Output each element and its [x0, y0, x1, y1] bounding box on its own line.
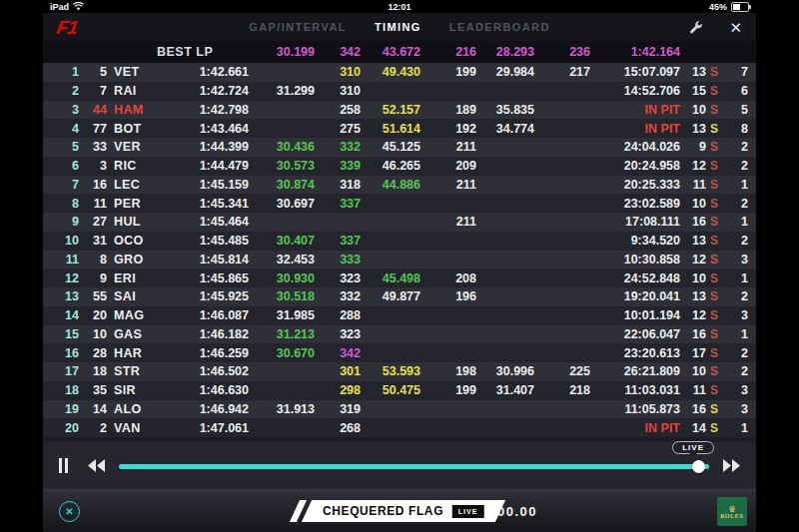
last-time: 11:03.031 [590, 383, 680, 397]
timeline-track[interactable] [119, 464, 709, 469]
driver-code: VET [107, 65, 157, 79]
dismiss-circle-button[interactable]: ✕ [59, 501, 80, 522]
tyre-compound: S [706, 402, 722, 416]
last-time: 19:20.041 [590, 289, 680, 303]
table-row[interactable]: 6 3 RIC 1:44.479 30.573 339 46.265 209 2… [43, 157, 756, 176]
car-number: 2 [79, 421, 107, 435]
table-row[interactable]: 3 44 HAM 1:42.798 258 52.157 189 35.835 … [43, 101, 756, 120]
live-badge[interactable]: LIVE [672, 441, 714, 454]
device-label: iPad [50, 2, 69, 12]
pause-button[interactable] [59, 458, 68, 473]
speed-trap-1: 275 [315, 122, 361, 136]
best-lap-time: 1:42.164 [590, 45, 680, 59]
sector1-time: 30.573 [249, 159, 315, 173]
bottom-bar: ✕ CHEQUERED FLAG LIVE 00.00 ♛ ROLEX [43, 489, 756, 532]
timeline-handle[interactable]: LIVE [692, 460, 705, 473]
table-row[interactable]: 8 11 PER 1:45.341 30.697 337 23:02.589 1… [43, 194, 756, 213]
table-row[interactable]: 5 33 VER 1:44.399 30.436 332 45.125 211 … [43, 138, 756, 157]
stop-count: 1 [722, 421, 748, 435]
close-icon[interactable]: ✕ [729, 20, 742, 35]
best-lap-label: BEST LP [157, 45, 249, 59]
table-row[interactable]: 12 9 ERI 1:45.865 30.930 323 45.498 208 … [43, 268, 756, 287]
position: 13 [49, 289, 79, 303]
table-row[interactable]: 9 27 HUL 1:45.464 211 17:08.111 16 S 1 [43, 213, 756, 232]
battery-icon [731, 2, 749, 12]
driver-code: RIC [107, 159, 157, 173]
wrench-icon[interactable] [688, 20, 703, 35]
table-row[interactable]: 10 31 OCO 1:45.485 30.407 337 9:34.520 1… [43, 232, 756, 251]
speed-trap-1: 337 [315, 197, 361, 211]
speed-trap-1: 339 [315, 159, 361, 173]
tyre-compound: S [706, 253, 722, 266]
position: 10 [49, 234, 79, 248]
lap-count: 13 [680, 122, 706, 136]
tab-gap-interval[interactable]: GAP/INTERVAL [249, 21, 347, 33]
chequered-flag-banner: CHEQUERED FLAG LIVE [295, 500, 500, 522]
sector2-time: 45.125 [361, 140, 420, 154]
timeline-slider[interactable]: LIVE [119, 459, 709, 473]
last-time: IN PIT [590, 103, 680, 117]
speed-trap-2: 198 [420, 364, 476, 378]
car-number: 11 [79, 197, 107, 211]
rewind-icon[interactable] [88, 459, 105, 472]
table-row[interactable]: 2 7 RAI 1:42.724 31.299 310 14:52.706 15… [43, 82, 756, 101]
table-row[interactable]: 13 55 SAI 1:45.925 30.518 332 49.877 196… [43, 287, 756, 306]
table-row[interactable]: 19 14 ALO 1:46.942 31.913 319 11:05.873 … [43, 400, 756, 419]
sector3-time: 30.996 [476, 364, 534, 378]
best-lap: 1:44.399 [157, 140, 249, 154]
speed-trap-2: 192 [420, 122, 476, 136]
position: 8 [49, 197, 79, 211]
best-lap: 1:45.485 [157, 234, 249, 248]
stop-count: 5 [722, 103, 748, 117]
position: 15 [49, 327, 79, 341]
tyre-compound: S [706, 271, 722, 285]
lap-count: 16 [680, 327, 706, 341]
last-time: 15:07.097 [590, 65, 680, 79]
stop-count: 1 [722, 271, 748, 285]
table-row[interactable]: 11 8 GRO 1:45.814 32.453 333 10:30.858 1… [43, 251, 756, 269]
lap-count: 10 [680, 271, 706, 285]
best-lap: 1:46.087 [157, 308, 249, 322]
table-row[interactable]: 7 16 LEC 1:45.159 30.874 318 44.886 211 … [43, 176, 756, 195]
car-number: 44 [79, 103, 107, 117]
speed-trap-1: 268 [315, 421, 361, 435]
sector3-time: 31.407 [476, 383, 534, 397]
speed-trap-2: 189 [420, 103, 476, 117]
tyre-compound: S [706, 65, 722, 79]
car-number: 9 [79, 271, 107, 285]
table-row[interactable]: 17 18 STR 1:46.502 301 53.593 198 30.996… [43, 362, 756, 381]
stop-count: 1 [722, 327, 748, 341]
tyre-compound: S [706, 159, 722, 173]
table-row[interactable]: 18 35 SIR 1:46.630 298 50.475 199 31.407… [43, 381, 756, 400]
table-row[interactable]: 14 20 MAG 1:46.087 31.985 288 10:01.194 … [43, 306, 756, 325]
driver-code: SIR [107, 383, 157, 397]
car-number: 28 [79, 346, 107, 360]
driver-code: STR [107, 364, 157, 378]
tyre-compound: S [706, 122, 722, 136]
speed-trap-2: 211 [420, 178, 476, 192]
position: 1 [49, 65, 79, 79]
tab-leaderboard[interactable]: LEADERBOARD [449, 21, 550, 33]
position: 2 [49, 84, 79, 98]
best-speed1: 342 [315, 45, 361, 59]
position: 9 [49, 215, 79, 229]
tab-timing[interactable]: TIMING [375, 21, 421, 33]
tyre-compound: S [706, 327, 722, 341]
table-row[interactable]: 1 5 VET 1:42.661 310 49.430 199 29.984 2… [43, 63, 756, 82]
tyre-compound: S [706, 234, 722, 248]
table-row[interactable]: 16 28 HAR 1:46.259 30.670 342 23:20.613 … [43, 343, 756, 362]
speed-trap-1: 323 [315, 271, 361, 285]
best-lap: 1:45.159 [157, 178, 249, 192]
table-row[interactable]: 4 77 BOT 1:43.464 275 51.614 192 34.774 … [43, 119, 756, 138]
speed-trap-2: 196 [420, 289, 476, 303]
speed-trap-2: 199 [420, 383, 476, 397]
tyre-compound: S [706, 197, 722, 211]
tyre-compound: S [706, 178, 722, 192]
table-row[interactable]: 15 10 GAS 1:46.182 31.213 323 22:06.047 … [43, 325, 756, 344]
best-lap: 1:45.341 [157, 197, 249, 211]
fast-forward-icon[interactable] [723, 459, 740, 472]
last-time: 22:06.047 [590, 327, 680, 341]
stop-count: 2 [722, 159, 748, 173]
table-row[interactable]: 20 2 VAN 1:47.061 268 IN PIT 14 S 1 [43, 418, 756, 437]
car-number: 35 [79, 383, 107, 397]
